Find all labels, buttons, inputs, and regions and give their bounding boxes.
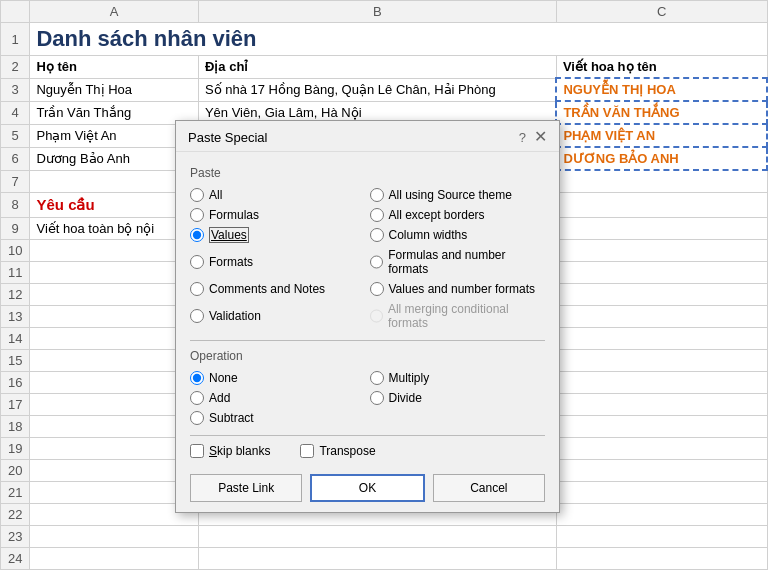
cell-c4[interactable]: TRẦN VĂN THẮNG <box>556 101 767 124</box>
paste-col-widths-label[interactable]: Column widths <box>389 228 468 242</box>
divider-1 <box>190 340 545 341</box>
paste-all-merging-radio <box>370 309 383 323</box>
paste-values-numbers-option[interactable]: Values and number formats <box>370 280 546 298</box>
yeu-cau-text: Viết hoa toàn bộ nội <box>30 217 198 239</box>
transpose-label[interactable]: Transpose <box>319 444 375 458</box>
col-header-a[interactable]: A <box>30 1 198 23</box>
paste-formats-label[interactable]: Formats <box>209 255 253 269</box>
op-divide-option[interactable]: Divide <box>370 389 546 407</box>
cell-c6[interactable]: DƯƠNG BẢO ANH <box>556 147 767 170</box>
skip-blanks-option[interactable]: Skip blanks <box>190 444 270 458</box>
row-num-4: 4 <box>1 101 30 124</box>
divider-2 <box>190 435 545 436</box>
op-divide-label[interactable]: Divide <box>389 391 422 405</box>
corner-header <box>1 1 30 23</box>
op-multiply-option[interactable]: Multiply <box>370 369 546 387</box>
op-subtract-option[interactable]: Subtract <box>190 409 366 427</box>
paste-except-borders-option[interactable]: All except borders <box>370 206 546 224</box>
paste-all-merging-option: All merging conditional formats <box>370 300 546 332</box>
op-multiply-label[interactable]: Multiply <box>389 371 430 385</box>
paste-link-button[interactable]: Paste Link <box>190 474 302 502</box>
skip-blanks-checkbox[interactable] <box>190 444 204 458</box>
cell-a6[interactable]: Dương Bảo Anh <box>30 147 198 170</box>
paste-validation-radio[interactable] <box>190 309 204 323</box>
paste-special-dialog[interactable]: Paste Special ? ✕ Paste All All using So… <box>175 120 560 513</box>
op-subtract-radio[interactable] <box>190 411 204 425</box>
paste-comments-option[interactable]: Comments and Notes <box>190 280 366 298</box>
cell-a3[interactable]: Nguyễn Thị Hoa <box>30 78 198 101</box>
op-multiply-radio[interactable] <box>370 371 384 385</box>
spreadsheet-title[interactable]: Danh sách nhân viên <box>30 23 767 56</box>
paste-values-numbers-radio[interactable] <box>370 282 384 296</box>
paste-options-grid: All All using Source theme Formulas All … <box>190 186 545 332</box>
row-num-5: 5 <box>1 124 30 147</box>
dialog-buttons: Paste Link OK Cancel <box>190 470 545 502</box>
paste-all-source-radio[interactable] <box>370 188 384 202</box>
paste-validation-label[interactable]: Validation <box>209 309 261 323</box>
paste-comments-radio[interactable] <box>190 282 204 296</box>
paste-except-borders-label[interactable]: All except borders <box>389 208 485 222</box>
op-subtract-label[interactable]: Subtract <box>209 411 254 425</box>
row-24: 24 <box>1 547 768 569</box>
paste-except-borders-radio[interactable] <box>370 208 384 222</box>
paste-values-option[interactable]: Values <box>190 226 366 244</box>
op-none-option[interactable]: None <box>190 369 366 387</box>
row-23: 23 <box>1 525 768 547</box>
dialog-title: Paste Special <box>188 130 268 145</box>
col-a-header[interactable]: Họ tên <box>30 56 198 79</box>
op-none-radio[interactable] <box>190 371 204 385</box>
paste-all-radio[interactable] <box>190 188 204 202</box>
paste-formats-radio[interactable] <box>190 255 204 269</box>
paste-values-radio[interactable] <box>190 228 204 242</box>
help-icon[interactable]: ? <box>519 130 526 145</box>
col-header-c[interactable]: C <box>556 1 767 23</box>
col-header-b[interactable]: B <box>198 1 556 23</box>
op-add-option[interactable]: Add <box>190 389 366 407</box>
skip-blanks-label-rest: kip blanks <box>217 444 270 458</box>
op-add-label[interactable]: Add <box>209 391 230 405</box>
paste-formats-option[interactable]: Formats <box>190 246 366 278</box>
paste-comments-label[interactable]: Comments and Notes <box>209 282 325 296</box>
cell-b3[interactable]: Số nhà 17 Hồng Bàng, Quận Lê Chân, Hải P… <box>198 78 556 101</box>
operation-options-grid: None Multiply Add Divide Subtract <box>190 369 545 427</box>
dialog-body: Paste All All using Source theme Formula… <box>176 152 559 512</box>
cell-c3[interactable]: NGUYỄN THỊ HOA <box>556 78 767 101</box>
col-b-header[interactable]: Địa chỉ <box>198 56 556 79</box>
paste-all-merging-label: All merging conditional formats <box>388 302 545 330</box>
paste-formulas-label[interactable]: Formulas <box>209 208 259 222</box>
row-1: 1 Danh sách nhân viên <box>1 23 768 56</box>
paste-all-source-option[interactable]: All using Source theme <box>370 186 546 204</box>
cell-a5[interactable]: Phạm Việt An <box>30 124 198 147</box>
paste-all-source-label[interactable]: All using Source theme <box>389 188 512 202</box>
cell-c5[interactable]: PHẠM VIỆT AN <box>556 124 767 147</box>
dialog-controls: ? ✕ <box>519 129 547 145</box>
cancel-button[interactable]: Cancel <box>433 474 545 502</box>
dialog-titlebar: Paste Special ? ✕ <box>176 121 559 152</box>
transpose-option[interactable]: Transpose <box>300 444 375 458</box>
transpose-checkbox[interactable] <box>300 444 314 458</box>
skip-blanks-label[interactable]: Skip blanks <box>209 444 270 458</box>
paste-formulas-radio[interactable] <box>190 208 204 222</box>
col-c-header[interactable]: Viết hoa họ tên <box>556 56 767 79</box>
op-none-label[interactable]: None <box>209 371 238 385</box>
paste-formulas-option[interactable]: Formulas <box>190 206 366 224</box>
cell-a4[interactable]: Trần Văn Thắng <box>30 101 198 124</box>
paste-validation-option[interactable]: Validation <box>190 300 366 332</box>
paste-col-widths-radio[interactable] <box>370 228 384 242</box>
paste-formulas-numbers-option[interactable]: Formulas and number formats <box>370 246 546 278</box>
paste-formulas-numbers-label[interactable]: Formulas and number formats <box>388 248 545 276</box>
paste-all-label[interactable]: All <box>209 188 222 202</box>
table-row: 3 Nguyễn Thị Hoa Số nhà 17 Hồng Bàng, Qu… <box>1 78 768 101</box>
row-num-3: 3 <box>1 78 30 101</box>
ok-button[interactable]: OK <box>310 474 424 502</box>
close-icon[interactable]: ✕ <box>534 129 547 145</box>
paste-values-label[interactable]: Values <box>209 228 249 242</box>
paste-col-widths-option[interactable]: Column widths <box>370 226 546 244</box>
paste-section-label: Paste <box>190 166 545 180</box>
op-divide-radio[interactable] <box>370 391 384 405</box>
op-add-radio[interactable] <box>190 391 204 405</box>
paste-values-numbers-label[interactable]: Values and number formats <box>389 282 536 296</box>
paste-formulas-numbers-radio[interactable] <box>370 255 384 269</box>
paste-all-option[interactable]: All <box>190 186 366 204</box>
row-num-6: 6 <box>1 147 30 170</box>
